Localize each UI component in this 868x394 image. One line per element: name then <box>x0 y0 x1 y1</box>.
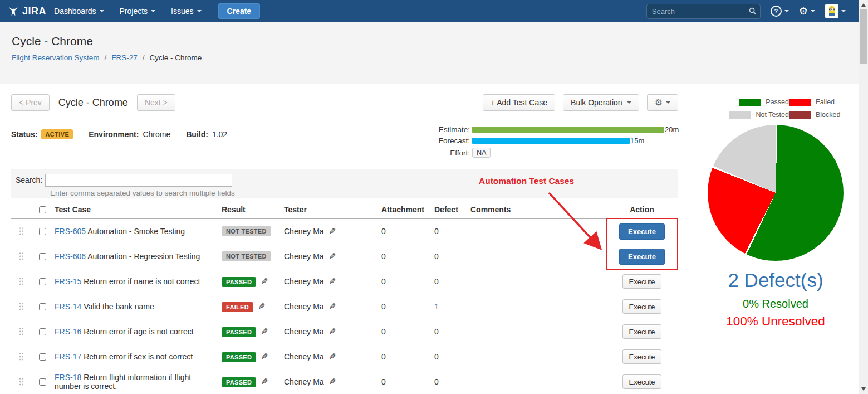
execute-button[interactable]: Execute <box>622 274 662 289</box>
top-navigation-bar: JIRA Dashboards Projects Issues Create ? <box>0 0 868 22</box>
drag-handle-icon[interactable] <box>19 377 24 386</box>
row-checkbox[interactable] <box>39 328 46 335</box>
create-button[interactable]: Create <box>218 3 261 19</box>
testcase-key-link[interactable]: FRS-17 <box>55 352 81 361</box>
testcase-key-link[interactable]: FRS-16 <box>55 327 81 336</box>
testcase-key-link[interactable]: FRS-14 <box>55 302 81 311</box>
result-badge: FAILED <box>222 302 253 312</box>
edit-result-icon[interactable]: ✎ <box>261 327 268 337</box>
tester-name: Cheney Ma <box>284 227 324 236</box>
legend-label: Blocked <box>816 111 840 119</box>
defect-count-link[interactable]: 1 <box>434 302 439 311</box>
header-result: Result <box>217 205 279 214</box>
cycle-toolbar: < Prev Cycle - Chrome Next > + Add Test … <box>11 94 678 111</box>
admin-settings-menu[interactable]: ⚙ <box>799 6 815 16</box>
row-checkbox[interactable] <box>39 353 46 361</box>
execute-button[interactable]: Execute <box>619 249 665 265</box>
execute-button[interactable]: Execute <box>622 349 662 364</box>
result-badge: NOT TESTED <box>222 251 271 261</box>
nav-item-dashboards[interactable]: Dashboards <box>46 0 112 22</box>
breadcrumb-separator: / <box>143 53 145 62</box>
help-icon: ? <box>771 6 782 17</box>
user-profile-menu[interactable] <box>825 4 846 18</box>
nav-item-issues[interactable]: Issues <box>163 0 209 22</box>
chevron-down-icon <box>784 10 789 12</box>
breadcrumb: Flight Reservation System / FRS-27 / Cyc… <box>12 53 868 62</box>
drag-handle-icon[interactable] <box>19 277 24 286</box>
testcase-key-link[interactable]: FRS-605 <box>55 227 86 236</box>
scrollbar-thumb[interactable] <box>860 9 867 64</box>
drag-handle-icon[interactable] <box>19 227 24 236</box>
drag-handle-icon[interactable] <box>19 252 24 261</box>
edit-tester-icon[interactable]: ✎ <box>329 226 336 236</box>
testcase-title: Valid the bank name <box>84 302 154 311</box>
edit-tester-icon[interactable]: ✎ <box>329 251 336 261</box>
effort-estimates: Estimate: 20m Forecast: 15m Effort: NA <box>433 124 681 158</box>
header-action: Action <box>606 205 678 214</box>
result-badge: PASSED <box>222 352 256 362</box>
edit-result-icon[interactable]: ✎ <box>261 352 268 362</box>
drag-handle-icon[interactable] <box>19 302 24 311</box>
resolved-percent-text: 0% Resolved <box>693 298 858 310</box>
global-search-input[interactable] <box>646 4 761 19</box>
jira-cycle-page: JIRA Dashboards Projects Issues Create ? <box>0 0 868 394</box>
execution-summary-panel: Passed Failed Not Tested Blocked 2 Defec… <box>693 98 858 329</box>
testcase-key-link[interactable]: FRS-606 <box>55 252 86 261</box>
testcase-key-link[interactable]: FRS-15 <box>55 277 81 286</box>
jira-logo[interactable]: JIRA <box>8 6 46 17</box>
edit-tester-icon[interactable]: ✎ <box>329 327 336 337</box>
attachment-count: 0 <box>377 227 430 236</box>
table-row: FRS-16 Return error if age is not correc… <box>11 319 678 344</box>
breadcrumb-current: Cycle - Chrome <box>150 53 202 62</box>
jira-logo-icon <box>8 6 19 17</box>
bulk-operation-button[interactable]: Bulk Operation <box>563 94 639 111</box>
row-checkbox[interactable] <box>39 278 46 285</box>
breadcrumb-link-issue[interactable]: FRS-27 <box>111 53 138 62</box>
nav-item-projects[interactable]: Projects <box>112 0 164 22</box>
defect-count: 0 <box>434 227 439 236</box>
gear-icon: ⚙ <box>799 6 808 16</box>
execute-button[interactable]: Execute <box>622 324 662 339</box>
row-checkbox[interactable] <box>39 303 46 310</box>
table-search-input[interactable] <box>45 174 232 187</box>
header-test-case: Test Case <box>50 205 217 214</box>
row-checkbox[interactable] <box>39 378 46 386</box>
breadcrumb-link-project[interactable]: Flight Reservation System <box>12 53 100 62</box>
legend-label: Passed <box>766 98 789 106</box>
vertical-scrollbar[interactable] <box>859 0 868 394</box>
search-icon[interactable] <box>749 7 757 15</box>
tester-name: Cheney Ma <box>284 302 324 311</box>
drag-handle-icon[interactable] <box>19 352 24 361</box>
help-menu[interactable]: ? <box>771 6 789 17</box>
execute-button[interactable]: Execute <box>619 223 665 240</box>
edit-result-icon[interactable]: ✎ <box>258 301 266 312</box>
page-header: Cycle - Chrome Flight Reservation System… <box>0 22 868 84</box>
edit-result-icon[interactable]: ✎ <box>261 377 268 387</box>
add-test-case-button[interactable]: + Add Test Case <box>483 94 555 111</box>
row-checkbox[interactable] <box>39 253 46 260</box>
edit-result-icon[interactable]: ✎ <box>261 276 268 286</box>
next-cycle-button[interactable]: Next > <box>137 94 175 111</box>
scroll-down-arrow-icon[interactable] <box>861 387 866 391</box>
row-checkbox[interactable] <box>39 228 46 235</box>
attachment-count: 0 <box>377 302 430 311</box>
forecast-label: Forecast: <box>433 137 470 145</box>
testcase-key-link[interactable]: FRS-18 <box>55 373 81 382</box>
execute-button[interactable]: Execute <box>622 374 662 389</box>
edit-tester-icon[interactable]: ✎ <box>329 276 336 286</box>
legend-label: Failed <box>816 98 835 106</box>
drag-handle-icon[interactable] <box>19 327 24 336</box>
edit-tester-icon[interactable]: ✎ <box>329 377 336 387</box>
edit-tester-icon[interactable]: ✎ <box>329 301 336 312</box>
forecast-bar <box>472 138 630 144</box>
defect-count: 0 <box>434 352 439 361</box>
select-all-checkbox[interactable] <box>39 206 46 213</box>
cycle-settings-button[interactable]: ⚙ <box>647 94 678 111</box>
edit-tester-icon[interactable]: ✎ <box>329 352 336 362</box>
attachment-count: 0 <box>377 377 430 386</box>
scroll-up-arrow-icon[interactable] <box>861 3 866 7</box>
legend-swatch <box>739 99 761 106</box>
prev-cycle-button[interactable]: < Prev <box>11 94 50 111</box>
chevron-down-icon <box>151 10 155 12</box>
execute-button[interactable]: Execute <box>622 299 662 314</box>
